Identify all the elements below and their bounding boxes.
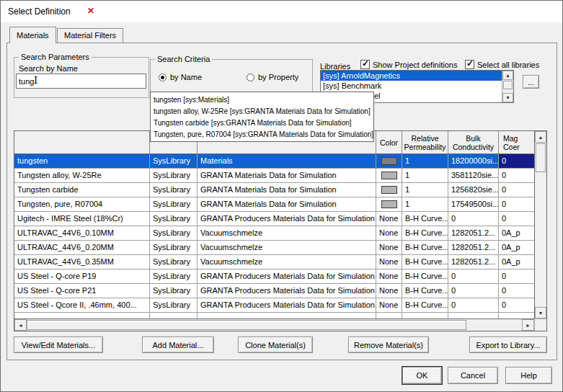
- cell-mag-coercivity: 0: [499, 183, 534, 197]
- cell-relative-permeability: B-H Curve...: [402, 226, 448, 240]
- search-suggestions-dropdown: tungsten [sys:Materials] tungsten alloy,…: [150, 92, 374, 142]
- remove-materials-button[interactable]: Remove Material(s): [348, 337, 429, 353]
- cell-location: SysLibrary: [150, 169, 198, 182]
- select-all-libraries-checkbox[interactable]: ✓ Select all libraries: [465, 60, 539, 69]
- scrollbar-thumb[interactable]: [27, 320, 466, 330]
- table-row[interactable]: US Steel - Q-core P19 SysLibrary GRANTA …: [14, 270, 534, 284]
- cell-location: SysLibrary: [150, 212, 198, 226]
- cell-origin: Vacuumschmelze: [198, 241, 376, 254]
- table-row[interactable]: ULTRAVAC_44V6_0.10MM SysLibrary Vacuumsc…: [14, 226, 534, 241]
- cell-name: [14, 313, 150, 318]
- clone-materials-button[interactable]: Clone Material(s): [238, 337, 313, 353]
- library-item[interactable]: [sys] ArnoldMagnetics: [321, 71, 513, 81]
- checkbox-box: ✓: [465, 60, 474, 69]
- table-body: tungsten SysLibrary Materials 1 18200000…: [14, 154, 534, 318]
- check-icon: ✓: [466, 58, 474, 68]
- table-row[interactable]: Tungsten alloy, W-25Re SysLibrary GRANTA…: [14, 169, 534, 183]
- cell-relative-permeability: B-H Curve...: [402, 298, 448, 312]
- library-item[interactable]: [sys] Benchmark: [321, 81, 513, 91]
- cell-relative-permeability: [402, 313, 448, 318]
- cell-bulk-conductivity: 1256820sie...: [448, 183, 499, 197]
- cell-name: ULTRAVAC_44V6_0.10MM: [14, 226, 150, 240]
- cell-bulk-conductivity: 0: [448, 284, 499, 298]
- table-row[interactable]: [14, 313, 534, 318]
- radio-button-icon: [247, 74, 254, 81]
- cancel-button[interactable]: Cancel: [448, 367, 498, 384]
- scrollbar-thumb[interactable]: [503, 81, 513, 89]
- cell-color: [376, 197, 402, 211]
- search-parameters-group-label: Search Parameters: [19, 53, 92, 61]
- cell-color: [376, 154, 402, 168]
- cell-relative-permeability: 1: [402, 197, 448, 211]
- cell-mag-coercivity: 0: [499, 298, 534, 312]
- cell-color: None: [376, 212, 402, 226]
- color-swatch: [381, 172, 397, 179]
- cell-bulk-conductivity: 17549500si...: [448, 197, 499, 211]
- color-swatch: [381, 186, 397, 194]
- search-name-input[interactable]: [16, 74, 146, 89]
- table-row[interactable]: ULTRAVAC_44V6_0.20MM SysLibrary Vacuumsc…: [14, 241, 534, 255]
- cell-origin: GRANTA Producers Materials Data for Simu…: [198, 298, 376, 312]
- cell-mag-coercivity: 0: [499, 197, 534, 211]
- table-row[interactable]: tungsten SysLibrary Materials 1 18200000…: [14, 154, 534, 169]
- scroll-up-icon[interactable]: ▲: [502, 71, 513, 80]
- cell-mag-coercivity: 0A_p: [499, 226, 534, 240]
- suggestion-item[interactable]: Tungsten, pure, R07004 [sys:GRANTA Mater…: [151, 129, 373, 141]
- scroll-up-icon[interactable]: ▲: [535, 131, 546, 143]
- cell-origin: GRANTA Producers Materials Data for Simu…: [198, 212, 376, 226]
- scroll-right-icon[interactable]: ►: [522, 319, 534, 331]
- suggestion-item[interactable]: tungsten [sys:Materials]: [151, 94, 373, 106]
- cell-location: SysLibrary: [150, 154, 198, 168]
- cell-mag-coercivity: 0: [499, 270, 534, 283]
- tab-materials[interactable]: Materials: [9, 27, 56, 43]
- radio-button-icon: [159, 74, 167, 81]
- view-edit-materials-button[interactable]: View/Edit Materials...: [14, 337, 103, 353]
- table-row[interactable]: Tungsten carbide SysLibrary GRANTA Mater…: [14, 183, 534, 197]
- cell-relative-permeability: 1: [402, 183, 448, 197]
- radio-by-property[interactable]: by Property: [247, 73, 298, 81]
- cell-name: Tungsten carbide: [14, 183, 150, 197]
- tab-material-filters[interactable]: Material Filters: [57, 28, 123, 43]
- cell-color: None: [376, 226, 402, 240]
- color-swatch: [381, 157, 397, 165]
- suggestion-item[interactable]: tungsten alloy, W-25Re [sys:GRANTA Mater…: [151, 106, 373, 117]
- cell-bulk-conductivity: 18200000si...: [448, 154, 499, 168]
- cell-location: SysLibrary: [150, 284, 198, 298]
- export-to-library-button[interactable]: Export to Library...: [469, 337, 547, 353]
- color-swatch: [381, 200, 397, 208]
- cell-bulk-conductivity: 0: [448, 212, 499, 226]
- browse-libraries-button[interactable]: ...: [523, 75, 539, 89]
- scroll-left-icon[interactable]: ◄: [14, 319, 27, 331]
- cell-location: SysLibrary: [150, 270, 198, 283]
- cell-location: SysLibrary: [150, 241, 198, 254]
- radio-by-name-label: by Name: [170, 73, 202, 81]
- table-vertical-scrollbar[interactable]: ▲ ▼: [534, 131, 546, 318]
- ok-button[interactable]: OK: [402, 367, 442, 384]
- cell-bulk-conductivity: 3581120sie...: [448, 169, 499, 182]
- titlebar[interactable]: Select Definition ✕: [1, 1, 562, 22]
- table-row[interactable]: US Steel - Q-core P21 SysLibrary GRANTA …: [14, 284, 534, 298]
- header-color: Color: [376, 131, 402, 153]
- cell-bulk-conductivity: [448, 313, 499, 318]
- scroll-down-icon[interactable]: ▼: [535, 307, 546, 318]
- scrollbar-thumb[interactable]: [536, 143, 546, 172]
- select-definition-dialog: Select Definition ✕ Materials Material F…: [0, 0, 563, 392]
- cell-location: SysLibrary: [150, 298, 198, 312]
- cell-location: SysLibrary: [150, 197, 198, 211]
- add-material-button[interactable]: Add Material...: [142, 337, 214, 353]
- search-by-name-label: Search by Name: [19, 64, 78, 73]
- table-row[interactable]: Tungsten, pure, R07004 SysLibrary GRANTA…: [14, 197, 534, 212]
- show-project-definitions-checkbox[interactable]: ✓ Show Project definitions: [360, 60, 457, 69]
- radio-by-name[interactable]: by Name: [159, 73, 202, 81]
- table-row[interactable]: US Steel - Qcore II, .46mm, 400... SysLi…: [14, 298, 534, 313]
- libraries-scrollbar[interactable]: ▲ ▼: [502, 71, 513, 102]
- help-button[interactable]: Help: [505, 367, 552, 384]
- table-row[interactable]: ULTRAVAC_44V6_0.35MM SysLibrary Vacuumsc…: [14, 255, 534, 270]
- cell-mag-coercivity: 0: [499, 169, 534, 182]
- table-row[interactable]: Ugitech - IMRE Steel (18%Cr) SysLibrary …: [14, 212, 534, 226]
- suggestion-item[interactable]: Tungsten carbide [sys:GRANTA Materials D…: [151, 117, 373, 129]
- cell-relative-permeability: B-H Curve...: [402, 241, 448, 254]
- table-horizontal-scrollbar[interactable]: ◄ ►: [14, 318, 534, 331]
- scroll-down-icon[interactable]: ▼: [502, 93, 513, 102]
- cell-relative-permeability: B-H Curve...: [402, 212, 448, 226]
